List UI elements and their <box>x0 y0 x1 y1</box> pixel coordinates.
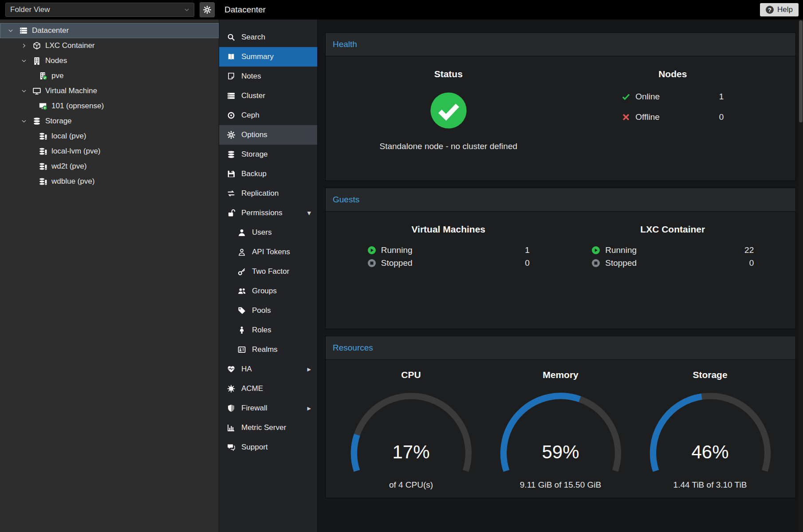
menu-item-api-tokens[interactable]: API Tokens <box>219 242 317 262</box>
scrollbar[interactable] <box>799 20 803 532</box>
menu-item-label: HA <box>241 365 252 374</box>
virtual-machine-monitor-icon <box>32 87 42 95</box>
memory-header: Memory <box>543 370 579 380</box>
nodes-online-label: Online <box>635 92 660 102</box>
menu-item-storage[interactable]: Storage <box>219 145 317 164</box>
chevron-down-icon[interactable] <box>20 118 28 124</box>
storage-header: Storage <box>693 370 727 380</box>
backup-floppy-icon <box>227 170 236 178</box>
nodes-building-icon <box>32 57 42 65</box>
body-row: Datacenter LXC Container Nodes pve Virtu… <box>0 20 803 532</box>
gear-icon <box>227 131 236 139</box>
chevron-right-icon: ▶ <box>307 406 311 411</box>
storage-percent: 46% <box>644 441 777 463</box>
menu-item-permissions[interactable]: Permissions ▼ <box>219 203 317 223</box>
chevron-down-icon[interactable] <box>20 58 28 63</box>
top-bar-left: Folder View <box>0 2 219 17</box>
tree-item-label: pve <box>51 71 63 80</box>
menu-item-notes[interactable]: Notes <box>219 67 317 86</box>
support-chat-icon <box>227 443 236 451</box>
top-bar: Folder View Datacenter ? Help <box>0 0 803 20</box>
lxc-running-row: Running 22 <box>591 245 754 255</box>
menu-item-label: Groups <box>252 287 277 296</box>
proxmox-window: Folder View Datacenter ? Help Datacenter… <box>0 0 803 532</box>
tree-item-wdblue[interactable]: wdblue (pve) <box>0 174 219 189</box>
menu-item-realms[interactable]: Realms <box>219 340 317 359</box>
menu-item-support[interactable]: Support <box>219 437 317 457</box>
lxc-rows: Running 22 Stopped 0 <box>591 245 754 271</box>
menu-item-label: Two Factor <box>252 267 289 276</box>
tree-item-virtual-machine[interactable]: Virtual Machine <box>0 83 219 99</box>
nodes-header: Nodes <box>658 69 687 79</box>
tree-item-storage[interactable]: Storage <box>0 114 219 129</box>
notes-icon <box>227 72 236 80</box>
menu-item-users[interactable]: Users <box>219 223 317 242</box>
cluster-rack-icon <box>227 92 236 100</box>
guests-lxc-column: LXC Container Running 22 Stopped <box>561 220 785 321</box>
api-token-user-icon <box>237 248 246 256</box>
summary-book-icon <box>227 53 236 61</box>
tree-item-nodes[interactable]: Nodes <box>0 53 219 68</box>
menu-item-options[interactable]: Options <box>219 125 317 145</box>
tree-item-local-lvm[interactable]: local-lvm (pve) <box>0 144 219 159</box>
help-button[interactable]: ? Help <box>760 3 799 16</box>
chevron-right-icon[interactable] <box>20 43 28 48</box>
menu-item-label: Summary <box>241 52 274 61</box>
scrollbar-thumb[interactable] <box>799 20 803 122</box>
menu-item-summary[interactable]: Summary <box>219 47 317 67</box>
metric-server-chart-icon <box>227 424 236 432</box>
menu-item-label: Cluster <box>241 91 265 100</box>
nodes-offline-value: 0 <box>719 112 724 122</box>
datacenter-menu: Search Summary Notes Cluster Ceph Option… <box>219 20 318 532</box>
menu-item-ceph[interactable]: Ceph <box>219 106 317 125</box>
menu-item-replication[interactable]: Replication <box>219 184 317 203</box>
guests-panel: Guests Virtual Machines Running 1 <box>325 188 796 329</box>
cpu-header: CPU <box>401 370 421 380</box>
menu-item-groups[interactable]: Groups <box>219 281 317 301</box>
play-circle-icon <box>367 246 376 255</box>
storage-detail: 1.44 TiB of 3.10 TiB <box>673 480 747 490</box>
play-circle-icon <box>591 246 600 255</box>
tree-item-101-opnsense[interactable]: 101 (opnsense) <box>0 99 219 114</box>
tree-item-datacenter[interactable]: Datacenter <box>0 23 219 38</box>
health-panel: Health Status Standalone node - no clust… <box>325 32 796 181</box>
menu-item-ha[interactable]: HA ▶ <box>219 359 317 379</box>
menu-item-backup[interactable]: Backup <box>219 164 317 184</box>
tree-item-local[interactable]: local (pve) <box>0 129 219 144</box>
chevron-down-icon[interactable] <box>20 88 28 94</box>
menu-item-label: Storage <box>241 150 268 159</box>
settings-gear-button[interactable] <box>200 2 215 17</box>
cpu-gauge: 17% <box>345 386 478 477</box>
menu-item-label: Notes <box>241 72 261 81</box>
folder-view-select[interactable]: Folder View <box>5 3 194 17</box>
memory-column: Memory 59% 9.11 GiB of 15.50 GiB <box>486 368 635 490</box>
menu-item-cluster[interactable]: Cluster <box>219 86 317 106</box>
storage-drive-icon <box>38 162 48 170</box>
menu-item-label: ACME <box>241 384 263 393</box>
menu-item-label: Support <box>241 443 268 452</box>
tree-item-label: wdblue (pve) <box>51 177 94 186</box>
menu-item-pools[interactable]: Pools <box>219 301 317 320</box>
menu-item-acme[interactable]: ACME <box>219 379 317 398</box>
menu-item-search[interactable]: Search <box>219 28 317 47</box>
vm-stopped-row: Stopped 0 <box>367 258 530 268</box>
tree-item-lxc-container[interactable]: LXC Container <box>0 38 219 53</box>
check-circle-icon <box>430 92 467 129</box>
acme-seal-icon <box>227 385 236 393</box>
chevron-down-icon[interactable] <box>6 28 15 33</box>
menu-item-label: Ceph <box>241 111 260 120</box>
tree-item-pve[interactable]: pve <box>0 68 219 83</box>
menu-item-two-factor[interactable]: Two Factor <box>219 262 317 281</box>
menu-item-metric-server[interactable]: Metric Server <box>219 418 317 437</box>
cross-icon <box>622 113 630 122</box>
tree-item-wd2t[interactable]: wd2t (pve) <box>0 159 219 174</box>
menu-item-firewall[interactable]: Firewall ▶ <box>219 398 317 418</box>
resources-panel-body: CPU 17% of 4 CPU(s) Memory 59% <box>326 360 795 498</box>
ha-heartbeat-icon <box>227 365 236 373</box>
menu-item-roles[interactable]: Roles <box>219 320 317 340</box>
storage-drive-icon <box>38 177 48 185</box>
resources-panel: Resources CPU 17% of 4 CPU(s) Memory <box>325 336 796 498</box>
gear-icon <box>203 6 211 14</box>
menu-item-label: Backup <box>241 169 267 178</box>
tree-item-label: local-lvm (pve) <box>51 147 101 156</box>
